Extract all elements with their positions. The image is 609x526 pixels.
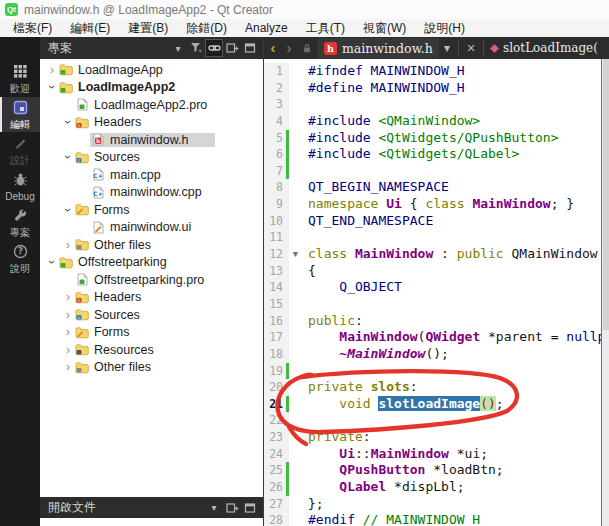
code-line-3[interactable]: 3 (264, 96, 602, 113)
forward-icon[interactable]: › (282, 38, 296, 58)
mode-label: 設計 (10, 155, 30, 166)
menu-analyze[interactable]: Analyze (236, 19, 297, 37)
sync-with-editor-icon[interactable] (205, 39, 223, 57)
menu-e[interactable]: 編輯(E) (61, 19, 119, 37)
fold-marker-icon[interactable]: ▼ (289, 246, 302, 263)
chevron-expanded-icon[interactable]: › (46, 81, 58, 93)
symbol-combo[interactable]: slotLoadImage( (489, 41, 607, 55)
chevron-down-icon[interactable]: ▾ (169, 39, 187, 57)
split-icon[interactable] (223, 39, 241, 57)
code-line-11[interactable]: 11 (264, 229, 602, 246)
code-line-26[interactable]: 26 QLabel *dispLbl; (264, 479, 602, 496)
code-line-23[interactable]: 23private: (264, 429, 602, 446)
back-icon[interactable]: ‹ (266, 38, 280, 58)
code-line-6[interactable]: 6#include <QtWidgets/QLabel> (264, 146, 602, 163)
tree-item-loadimageapp[interactable]: ›LoadImageApp (40, 61, 263, 79)
code-line-8[interactable]: 8QT_BEGIN_NAMESPACE (264, 179, 602, 196)
code-line-19[interactable]: 19 (264, 363, 602, 380)
code-line-27[interactable]: 27}; (264, 496, 602, 513)
close-split-icon[interactable] (241, 499, 259, 517)
code-line-17[interactable]: 17 MainWindow(QWidget *parent = nullptr)… (264, 329, 602, 346)
open-documents-title[interactable]: 開啟文件 (48, 499, 205, 516)
tree-item-mainwindow-cpp[interactable]: C+mainwindow.cpp (40, 184, 263, 202)
menu-d[interactable]: 除錯(D) (177, 19, 236, 37)
chevron-down-icon[interactable]: ▾ (205, 499, 223, 517)
code-line-21[interactable]: 21 void slotLoadImage(); (264, 396, 602, 413)
code-text: MainWindow(QWidget *parent = nullptr); (302, 329, 602, 346)
code-line-7[interactable]: 7 (264, 163, 602, 180)
scrollbar-thumb[interactable] (603, 59, 609, 330)
code-line-10[interactable]: 10QT_END_NAMESPACE (264, 213, 602, 230)
chevron-expanded-icon[interactable]: › (62, 116, 74, 128)
code-line-28[interactable]: 28#endif // MAINWINDOW_H (264, 512, 602, 526)
tree-item-headers[interactable]: ›hHeaders (40, 289, 263, 307)
projects-panel-title[interactable]: 專案 (48, 40, 169, 57)
code-line-16[interactable]: 16public: (264, 313, 602, 330)
code-line-22[interactable]: 22 (264, 412, 602, 429)
mode-[interactable]: ?說明 (0, 241, 40, 276)
code-line-1[interactable]: 1#ifndef MAINWINDOW_H (264, 63, 602, 80)
tree-item-sources[interactable]: ›cSources (40, 149, 263, 167)
code-line-12[interactable]: 12▼class MainWindow : public QMainWindow (264, 246, 602, 263)
open-file-tab[interactable]: h mainwindow.h (318, 38, 439, 58)
mode-debug[interactable]: Debug (0, 169, 40, 204)
open-documents-list[interactable] (40, 518, 263, 526)
tree-item-offstreetparking-pro[interactable]: Offstreetparking.pro (40, 271, 263, 289)
tree-item-loadimageapp2[interactable]: ›LoadImageApp2 (40, 79, 263, 97)
code-line-5[interactable]: 5#include <QtWidgets/QPushButton> (264, 130, 602, 147)
editor-pane: ‹ › h mainwindow.h ▾ × slotLoadImage( 1#… (264, 37, 609, 526)
tree-item-label: Headers (94, 290, 141, 304)
menu-h[interactable]: 說明(H) (415, 19, 474, 37)
tree-item-other-files[interactable]: ›Other files (40, 359, 263, 377)
tree-item-headers[interactable]: ›hHeaders (40, 114, 263, 132)
chevron-collapsed-icon[interactable]: › (62, 361, 74, 373)
mode-[interactable]: 專案 (0, 205, 40, 240)
chevron-expanded-icon[interactable]: › (62, 151, 74, 163)
close-document-icon[interactable]: × (464, 40, 478, 56)
code-line-9[interactable]: 9namespace Ui { class MainWindow; } (264, 196, 602, 213)
chevron-expanded-icon[interactable]: › (46, 256, 58, 268)
split-icon[interactable] (223, 499, 241, 517)
code-editor[interactable]: 1#ifndef MAINWINDOW_H2#define MAINWINDOW… (264, 59, 609, 526)
chevron-expanded-icon[interactable]: › (62, 204, 74, 216)
chevron-collapsed-icon[interactable]: › (62, 309, 74, 321)
chevron-collapsed-icon[interactable]: › (46, 64, 58, 76)
close-split-icon[interactable] (241, 39, 259, 57)
chevron-collapsed-icon[interactable]: › (62, 291, 74, 303)
tree-item-loadimageapp2-pro[interactable]: LoadImageApp2.pro (40, 96, 263, 114)
line-number: 2 (264, 80, 286, 97)
tree-item-resources[interactable]: ›Resources (40, 341, 263, 359)
chevron-collapsed-icon[interactable]: › (62, 344, 74, 356)
code-text: #include <QtWidgets/QLabel> (302, 146, 602, 163)
filter-icon[interactable] (187, 39, 205, 57)
code-line-25[interactable]: 25 QPushButton *loadBtn; (264, 462, 602, 479)
tree-item-offstreetparking[interactable]: ›Offstreetparking (40, 254, 263, 272)
tree-item-mainwindow-ui[interactable]: mainwindow.ui (40, 219, 263, 237)
tree-item-mainwindow-h[interactable]: hmainwindow.h (40, 131, 263, 149)
code-line-15[interactable]: 15 (264, 296, 602, 313)
menu-t[interactable]: 工具(T) (297, 19, 354, 37)
tree-item-sources[interactable]: ›cSources (40, 306, 263, 324)
mode-[interactable]: 編輯 (0, 97, 40, 132)
code-line-2[interactable]: 2#define MAINWINDOW_H (264, 80, 602, 97)
editor-scrollbar[interactable] (601, 59, 609, 526)
chevron-down-icon[interactable]: ▾ (441, 41, 453, 55)
code-line-4[interactable]: 4#include <QMainWindow> (264, 113, 602, 130)
menu-f[interactable]: 檔案(F) (4, 19, 61, 37)
line-number: 28 (264, 512, 286, 526)
chevron-collapsed-icon[interactable]: › (62, 326, 74, 338)
tree-item-forms[interactable]: ›Forms (40, 324, 263, 342)
tree-item-other-files[interactable]: ›Other files (40, 236, 263, 254)
svg-text:C+: C+ (93, 190, 102, 197)
tree-item-main-cpp[interactable]: C+main.cpp (40, 166, 263, 184)
menu-b[interactable]: 建置(B) (119, 19, 177, 37)
tree-item-forms[interactable]: ›Forms (40, 201, 263, 219)
menu-w[interactable]: 視窗(W) (354, 19, 415, 37)
code-line-20[interactable]: 20private slots: (264, 379, 602, 396)
code-line-14[interactable]: 14 Q_OBJECT (264, 279, 602, 296)
code-line-24[interactable]: 24 Ui::MainWindow *ui; (264, 446, 602, 463)
mode-[interactable]: 歡迎 (0, 61, 40, 96)
chevron-collapsed-icon[interactable]: › (62, 239, 74, 251)
code-line-13[interactable]: 13{ (264, 263, 602, 280)
code-line-18[interactable]: 18 ~MainWindow(); (264, 346, 602, 363)
